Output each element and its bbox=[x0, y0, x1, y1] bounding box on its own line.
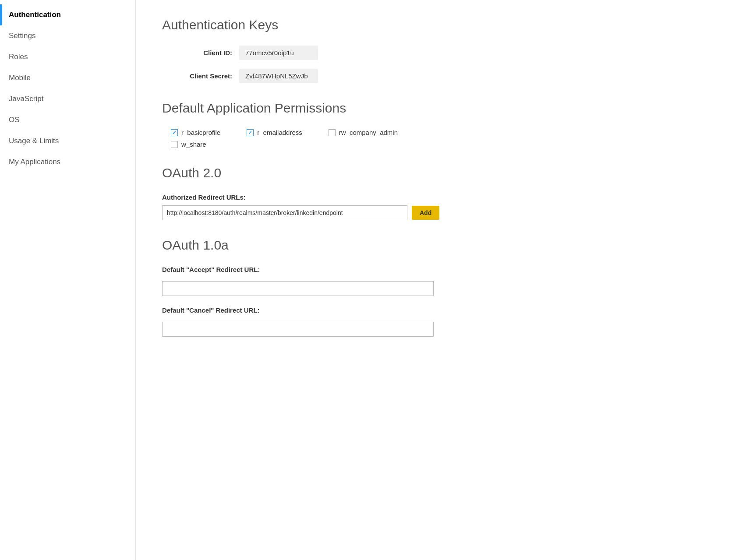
permission-w-share[interactable]: w_share bbox=[171, 141, 206, 148]
checkbox-w-share[interactable] bbox=[171, 141, 178, 148]
client-id-row: Client ID: 77omcv5r0oip1u bbox=[162, 46, 720, 60]
permission-r-emailaddress[interactable]: r_emailaddress bbox=[247, 129, 302, 136]
checkbox-r-basicprofile[interactable] bbox=[171, 129, 178, 136]
sidebar-item-javascript[interactable]: JavaScript bbox=[0, 88, 135, 109]
accept-redirect-input[interactable] bbox=[162, 281, 434, 296]
client-id-label: Client ID: bbox=[162, 49, 232, 56]
permissions-row-2: w_share bbox=[171, 141, 720, 148]
sidebar-item-authentication[interactable]: Authentication bbox=[0, 4, 135, 25]
permissions-title: Default Application Permissions bbox=[162, 101, 720, 116]
authorized-redirect-label: Authorized Redirect URLs: bbox=[162, 194, 720, 201]
checkbox-rw-company-admin[interactable] bbox=[329, 129, 336, 136]
cancel-redirect-input[interactable] bbox=[162, 322, 434, 337]
sidebar-item-os[interactable]: OS bbox=[0, 109, 135, 130]
permissions-section: Default Application Permissions r_basicp… bbox=[162, 101, 720, 148]
sidebar: AuthenticationSettingsRolesMobileJavaScr… bbox=[0, 0, 136, 560]
sidebar-item-mobile[interactable]: Mobile bbox=[0, 67, 135, 88]
add-button[interactable]: Add bbox=[412, 206, 439, 220]
sidebar-item-settings[interactable]: Settings bbox=[0, 25, 135, 46]
accept-redirect-label: Default "Accept" Redirect URL: bbox=[162, 266, 720, 273]
client-secret-row: Client Secret: Zvf487WHpNL5ZwJb bbox=[162, 69, 720, 83]
cancel-redirect-label: Default "Cancel" Redirect URL: bbox=[162, 306, 720, 314]
permission-label-w-share: w_share bbox=[181, 141, 206, 148]
permission-rw-company-admin[interactable]: rw_company_admin bbox=[329, 129, 398, 136]
permission-r-basicprofile[interactable]: r_basicprofile bbox=[171, 129, 220, 136]
auth-keys-section: Authentication Keys Client ID: 77omcv5r0… bbox=[162, 18, 720, 83]
authorized-redirect-input[interactable] bbox=[162, 205, 407, 220]
permissions-grid: r_basicprofile r_emailaddress rw_company… bbox=[171, 129, 720, 148]
permission-label-r-basicprofile: r_basicprofile bbox=[181, 129, 220, 136]
main-content: Authentication Keys Client ID: 77omcv5r0… bbox=[136, 0, 746, 560]
oauth2-section: OAuth 2.0 Authorized Redirect URLs: Add bbox=[162, 166, 720, 220]
client-secret-value: Zvf487WHpNL5ZwJb bbox=[239, 69, 318, 83]
permission-label-r-emailaddress: r_emailaddress bbox=[257, 129, 302, 136]
sidebar-item-my-applications[interactable]: My Applications bbox=[0, 151, 135, 173]
client-secret-label: Client Secret: bbox=[162, 72, 232, 80]
permission-label-rw-company-admin: rw_company_admin bbox=[339, 129, 398, 136]
oauth1-section: OAuth 1.0a Default "Accept" Redirect URL… bbox=[162, 238, 720, 337]
client-id-value: 77omcv5r0oip1u bbox=[239, 46, 318, 60]
sidebar-item-usage-limits[interactable]: Usage & Limits bbox=[0, 130, 135, 151]
redirect-url-row: Add bbox=[162, 205, 720, 220]
sidebar-item-roles[interactable]: Roles bbox=[0, 46, 135, 67]
checkbox-r-emailaddress[interactable] bbox=[247, 129, 254, 136]
permissions-row-1: r_basicprofile r_emailaddress rw_company… bbox=[171, 129, 720, 136]
auth-keys-title: Authentication Keys bbox=[162, 18, 720, 32]
oauth2-title: OAuth 2.0 bbox=[162, 166, 720, 180]
oauth1-title: OAuth 1.0a bbox=[162, 238, 720, 253]
